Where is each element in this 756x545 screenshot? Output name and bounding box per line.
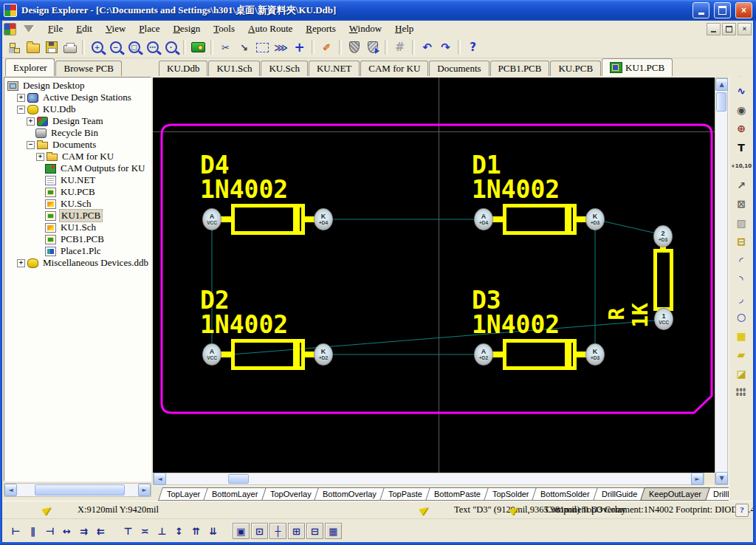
scroll-track[interactable] <box>715 91 727 472</box>
place-dimension-button[interactable]: ↗ <box>732 178 750 192</box>
scroll-track[interactable] <box>166 473 691 484</box>
highlight-net-button[interactable]: ↘ <box>235 39 253 56</box>
close-button[interactable]: × <box>735 2 752 18</box>
canvas-horizontal-scrollbar[interactable]: ◄ ► <box>153 473 704 485</box>
document-tab-ku-sch[interactable]: KU.Sch <box>261 61 308 76</box>
tree-item-ku-pcb[interactable]: KU.PCB <box>4 186 151 198</box>
align-bottom-button[interactable]: ⊥ <box>154 524 170 538</box>
zoom-window-button[interactable]: □ <box>125 39 143 56</box>
place-via-button[interactable]: ⊕ <box>732 122 750 136</box>
tree-horizontal-scrollbar[interactable]: ◄ ► <box>4 483 151 497</box>
drc-wand-button[interactable]: ✐ <box>317 39 336 56</box>
pad-D3-A[interactable]: A+D2 <box>474 343 493 366</box>
place-hatched-fill-button[interactable]: ▨ <box>732 216 750 230</box>
open-document-button[interactable] <box>24 39 42 56</box>
scroll-up-button[interactable]: ▲ <box>715 78 728 91</box>
shield-button[interactable] <box>345 39 363 56</box>
align-center-horizontal-button[interactable]: ∥ <box>25 524 41 538</box>
tree-item-design-team[interactable]: +Design Team <box>4 115 151 127</box>
place-track-button[interactable]: ∿ <box>732 84 750 98</box>
zoom-point-button[interactable]: · <box>162 39 180 56</box>
silkscreen-ref-d2[interactable]: D2 <box>200 288 230 312</box>
layer-tab-bottomsolder[interactable]: BottomSolder <box>532 487 599 501</box>
mdi-minimize-button[interactable] <box>707 23 721 35</box>
document-app-icon[interactable] <box>4 23 16 35</box>
menu-window[interactable]: Window <box>343 21 388 36</box>
diode-body-d4[interactable] <box>231 204 305 235</box>
tree-item-recycle-bin[interactable]: Recycle Bin <box>4 127 151 139</box>
menu-design[interactable]: Design <box>166 21 207 36</box>
expand-icon[interactable]: + <box>17 94 25 102</box>
silkscreen-value-d1[interactable]: 1N4002 <box>472 177 560 202</box>
help-button[interactable]: ? <box>464 39 482 56</box>
select-area-button[interactable] <box>253 39 272 56</box>
document-tab-pcb1-pcb[interactable]: PCB1.PCB <box>490 61 550 76</box>
redo-button[interactable]: ↷ <box>436 39 455 56</box>
pad-R-1[interactable]: 1VCC <box>654 308 673 330</box>
print-button[interactable] <box>61 39 79 56</box>
tree-item-active-design-stations[interactable]: +Active Design Stations <box>4 92 151 103</box>
capture-image-button[interactable] <box>189 39 207 56</box>
arrange-in-room-button[interactable]: ▣ <box>233 523 250 539</box>
arrange-components-button[interactable]: ⊞ <box>288 523 305 539</box>
tree-item-ku-net[interactable]: KU.NET <box>4 174 151 186</box>
pad-D4-K[interactable]: K+D4 <box>314 208 333 230</box>
tree-item-documents[interactable]: −Documents <box>4 139 151 151</box>
layer-tab-topsolder[interactable]: TopSolder <box>484 487 537 501</box>
layer-tab-bottomlayer[interactable]: BottomLayer <box>203 487 267 501</box>
align-middle-vertical-button[interactable]: ≍ <box>137 524 153 538</box>
silkscreen-value-d4[interactable]: 1N4002 <box>200 177 288 202</box>
layer-tab-toplayer[interactable]: TopLayer <box>158 487 209 501</box>
tree-item-design-desktop[interactable]: Design Desktop <box>4 80 151 92</box>
scroll-thumb[interactable] <box>228 474 249 484</box>
place-component-button[interactable]: ⊟ <box>732 235 750 249</box>
align-right-button[interactable]: ⊣ <box>42 524 58 538</box>
menu-reports[interactable]: Reports <box>299 21 342 36</box>
document-tab-ku1-pcb[interactable]: KU1.PCB <box>602 58 673 76</box>
arrange-in-rectangle-button[interactable]: ⊡ <box>251 523 268 539</box>
pad-D1-A[interactable]: A+D4 <box>474 208 493 230</box>
diode-body-d3[interactable] <box>503 339 577 370</box>
expand-icon[interactable]: + <box>36 153 44 161</box>
menu-view[interactable]: View <box>99 21 132 36</box>
tree-item-cam-for-ku[interactable]: +CAM for KU <box>4 151 151 162</box>
scroll-track[interactable] <box>17 484 138 496</box>
document-tab-ku-net[interactable]: KU.NET <box>309 61 360 76</box>
document-tab-ku1-sch[interactable]: KU1.Sch <box>208 61 260 76</box>
equal-horizontal-spacing-button[interactable]: ↔ <box>59 524 75 538</box>
scroll-left-button[interactable]: ◄ <box>4 484 17 496</box>
panel-tab-explorer[interactable]: Explorer <box>5 58 55 76</box>
expand-icon[interactable]: + <box>17 259 25 267</box>
panel-tab-browse-pcb[interactable]: Browse PCB <box>55 61 122 76</box>
scroll-thumb[interactable] <box>35 484 125 496</box>
expand-icon[interactable]: + <box>27 117 35 126</box>
document-tab-documents[interactable]: Documents <box>429 61 489 76</box>
pad-R-2[interactable]: 2+D3 <box>653 225 673 247</box>
tree-item-ku-ddb[interactable]: −KU.Ddb <box>4 103 151 115</box>
tree-item-cam-outputs-for-ku[interactable]: CAM Outputs for KU <box>4 162 151 174</box>
mdi-close-button[interactable]: × <box>738 23 752 35</box>
document-tab-ku-ddb[interactable]: KU.Ddb <box>159 61 207 76</box>
pcb-canvas[interactable]: D41N4002AVCCK+D4D11N4002A+D4K+D3D21N4002… <box>153 78 715 473</box>
scroll-left-button[interactable]: ◄ <box>154 473 166 485</box>
zoom-document-button[interactable]: ⋯ <box>143 39 162 56</box>
zoom-out-button[interactable]: − <box>106 39 125 56</box>
align-top-button[interactable]: ⊤ <box>120 524 136 538</box>
increase-horizontal-spacing-button[interactable]: ⇉ <box>76 524 92 538</box>
menu-tools[interactable]: Tools <box>207 21 241 36</box>
layer-tab-toppaste[interactable]: TopPaste <box>379 487 431 501</box>
pad-D4-A[interactable]: AVCC <box>202 208 221 230</box>
zoom-in-button[interactable]: + <box>88 39 106 56</box>
status-help-button[interactable]: ? <box>735 504 749 517</box>
decrease-vertical-spacing-button[interactable]: ⇊ <box>205 524 221 538</box>
minimize-button[interactable] <box>693 2 709 18</box>
place-pad-button[interactable]: ◉ <box>732 103 750 117</box>
silkscreen-ref-d3[interactable]: D3 <box>472 288 501 312</box>
layer-tab-topoverlay[interactable]: TopOverlay <box>261 487 320 501</box>
menu-help[interactable]: Help <box>388 21 420 36</box>
save-button[interactable] <box>42 39 61 56</box>
arrange-component-button[interactable]: ⊟ <box>306 523 323 539</box>
tree-item-miscellaneous-devices-ddb[interactable]: +Miscellaneous Devices.ddb <box>4 257 151 269</box>
tree-item-ku1-pcb[interactable]: KU1.PCB <box>4 210 151 222</box>
explorer-toggle-button[interactable] <box>5 39 24 56</box>
